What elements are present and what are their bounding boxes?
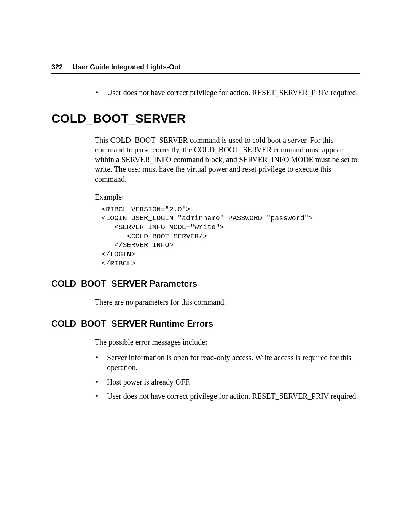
intro-block: User does not have correct privilege for… (95, 88, 360, 98)
section-body: This COLD_BOOT_SERVER command is used to… (95, 136, 360, 268)
errors-section: COLD_BOOT_SERVER Runtime Errors The poss… (51, 319, 360, 401)
example-label: Example: (95, 193, 360, 201)
list-item: User does not have correct privilege for… (107, 88, 360, 98)
intro-bullet-list: User does not have correct privilege for… (95, 88, 360, 98)
section-description: This COLD_BOOT_SERVER command is used to… (95, 136, 360, 184)
errors-title: COLD_BOOT_SERVER Runtime Errors (51, 319, 360, 329)
header-title: User Guide Integrated Lights-Out (73, 63, 181, 71)
parameters-title: COLD_BOOT_SERVER Parameters (51, 279, 360, 289)
errors-list: Server information is open for read-only… (95, 353, 360, 401)
page-header: 322 User Guide Integrated Lights-Out (51, 63, 360, 71)
header-rule (51, 73, 360, 74)
page-number: 322 (51, 63, 63, 71)
parameters-section: COLD_BOOT_SERVER Parameters There are no… (51, 279, 360, 307)
errors-intro: The possible error messages include: (95, 337, 360, 347)
list-item: User does not have correct privilege for… (107, 391, 360, 401)
code-block: <RIBCL VERSION="2.0"> <LOGIN USER_LOGIN=… (102, 205, 360, 268)
list-item: Server information is open for read-only… (107, 353, 360, 372)
section-title: COLD_BOOT_SERVER (51, 112, 360, 126)
parameters-text: There are no parameters for this command… (95, 297, 360, 307)
list-item: Host power is already OFF. (107, 377, 360, 387)
page-container: 322 User Guide Integrated Lights-Out Use… (0, 0, 411, 401)
